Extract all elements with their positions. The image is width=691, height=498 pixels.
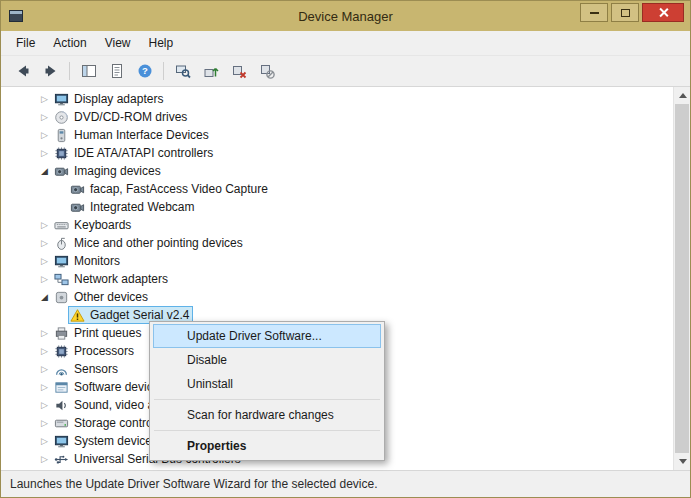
expand-arrow-icon[interactable] bbox=[37, 454, 52, 464]
tree-item-mice[interactable]: Mice and other pointing devices bbox=[1, 234, 673, 252]
tree-item-label[interactable]: IDE ATA/ATAPI controllers bbox=[74, 145, 213, 161]
back-icon bbox=[15, 63, 31, 79]
toolbar-separator bbox=[69, 62, 70, 80]
expand-arrow-icon[interactable] bbox=[37, 346, 52, 356]
expand-arrow-icon[interactable] bbox=[37, 220, 52, 230]
back-button[interactable] bbox=[9, 58, 36, 84]
toolbar bbox=[1, 55, 690, 86]
menu-action[interactable]: Action bbox=[44, 33, 95, 53]
menu-view[interactable]: View bbox=[96, 33, 140, 53]
scroll-down-button[interactable] bbox=[674, 453, 690, 470]
tree-item-label[interactable]: Integrated Webcam bbox=[90, 199, 195, 215]
expand-arrow-icon[interactable] bbox=[37, 130, 52, 140]
speaker-icon bbox=[54, 398, 69, 413]
expand-arrow-icon[interactable] bbox=[37, 436, 52, 446]
show-console-tree-icon bbox=[81, 63, 97, 79]
tree-item-dvd-cdrom-drives[interactable]: DVD/CD-ROM drives bbox=[1, 108, 673, 126]
collapse-arrow-icon[interactable] bbox=[37, 166, 52, 176]
device-manager-window: Device Manager File Action View Help Dis… bbox=[0, 0, 691, 498]
menu-help[interactable]: Help bbox=[140, 33, 183, 53]
uninstall-button[interactable] bbox=[225, 58, 252, 84]
tree-item-other-devices[interactable]: Other devices bbox=[1, 288, 673, 306]
context-menu-item-uninstall[interactable]: Uninstall bbox=[153, 372, 381, 396]
tree-item-label[interactable]: Other devices bbox=[74, 289, 148, 305]
context-menu-separator bbox=[154, 430, 380, 431]
forward-button[interactable] bbox=[37, 58, 64, 84]
software-icon bbox=[54, 380, 69, 395]
chip-icon bbox=[54, 146, 69, 161]
expand-arrow-icon[interactable] bbox=[37, 238, 52, 248]
tree-item-label[interactable]: Keyboards bbox=[74, 217, 131, 233]
expand-arrow-icon[interactable] bbox=[37, 382, 52, 392]
tree-item-label[interactable]: Display adapters bbox=[74, 91, 163, 107]
expand-arrow-icon[interactable] bbox=[37, 328, 52, 338]
tree-item-integrated-webcam[interactable]: Integrated Webcam bbox=[1, 198, 673, 216]
tree-item-facap-fastaccess[interactable]: facap, FastAccess Video Capture bbox=[1, 180, 673, 198]
scroll-down-icon bbox=[679, 459, 687, 464]
update-driver-button[interactable] bbox=[197, 58, 224, 84]
tree-item-imaging-devices[interactable]: Imaging devices bbox=[1, 162, 673, 180]
menu-file[interactable]: File bbox=[7, 33, 44, 53]
context-menu-item-properties[interactable]: Properties bbox=[153, 434, 381, 458]
window-controls bbox=[580, 0, 690, 33]
tree-item-label[interactable]: Human Interface Devices bbox=[74, 127, 209, 143]
properties-icon bbox=[109, 63, 125, 79]
collapse-arrow-icon[interactable] bbox=[37, 292, 52, 302]
properties-button[interactable] bbox=[103, 58, 130, 84]
printer-icon bbox=[54, 326, 69, 341]
monitor-icon bbox=[54, 92, 69, 107]
maximize-button[interactable] bbox=[611, 3, 639, 22]
tree-item-keyboards[interactable]: Keyboards bbox=[1, 216, 673, 234]
expand-arrow-icon[interactable] bbox=[37, 418, 52, 428]
expand-arrow-icon[interactable] bbox=[37, 148, 52, 158]
vertical-scrollbar[interactable] bbox=[673, 87, 690, 470]
device-manager-app-icon bbox=[9, 10, 23, 22]
tree-item-ide-ata-atapi-controllers[interactable]: IDE ATA/ATAPI controllers bbox=[1, 144, 673, 162]
tree-item-label[interactable]: Mice and other pointing devices bbox=[74, 235, 243, 251]
maximize-icon bbox=[621, 9, 630, 17]
close-button[interactable] bbox=[642, 3, 684, 22]
tree-item-label[interactable]: DVD/CD-ROM drives bbox=[74, 109, 187, 125]
scrollbar-thumb[interactable] bbox=[675, 104, 689, 453]
forward-icon bbox=[43, 63, 59, 79]
tree-item-human-interface-devices[interactable]: Human Interface Devices bbox=[1, 126, 673, 144]
close-icon bbox=[658, 7, 669, 18]
network-icon bbox=[54, 272, 69, 287]
show-console-tree-button[interactable] bbox=[75, 58, 102, 84]
scan-hardware-button[interactable] bbox=[169, 58, 196, 84]
status-bar: Launches the Update Driver Software Wiza… bbox=[1, 470, 690, 497]
tree-item-label[interactable]: System devices bbox=[74, 433, 158, 449]
menu-bar: File Action View Help bbox=[1, 31, 690, 55]
tree-item-label[interactable]: Network adapters bbox=[74, 271, 168, 287]
help-button[interactable] bbox=[131, 58, 158, 84]
tree-item-label[interactable]: facap, FastAccess Video Capture bbox=[90, 181, 268, 197]
tree-item-network-adapters[interactable]: Network adapters bbox=[1, 270, 673, 288]
scroll-up-icon bbox=[679, 93, 687, 98]
expand-arrow-icon[interactable] bbox=[37, 94, 52, 104]
context-menu-item-scan-for-hardware-changes[interactable]: Scan for hardware changes bbox=[153, 403, 381, 427]
context-menu-item-disable[interactable]: Disable bbox=[153, 348, 381, 372]
camera-icon bbox=[70, 200, 85, 215]
expand-arrow-icon[interactable] bbox=[37, 400, 52, 410]
tree-item-label[interactable]: Print queues bbox=[74, 325, 141, 341]
tree-item-label[interactable]: Monitors bbox=[74, 253, 120, 269]
tree-item-display-adapters[interactable]: Display adapters bbox=[1, 90, 673, 108]
tree-item-monitors[interactable]: Monitors bbox=[1, 252, 673, 270]
scroll-up-button[interactable] bbox=[674, 87, 690, 104]
disable-button[interactable] bbox=[253, 58, 280, 84]
tree-item-label[interactable]: Sensors bbox=[74, 361, 118, 377]
minimize-button[interactable] bbox=[580, 3, 608, 22]
camera-icon bbox=[70, 182, 85, 197]
context-menu-item-update-driver-software[interactable]: Update Driver Software... bbox=[153, 324, 381, 348]
expand-arrow-icon[interactable] bbox=[37, 364, 52, 374]
minimize-icon bbox=[590, 12, 599, 14]
expand-arrow-icon[interactable] bbox=[37, 274, 52, 284]
expand-arrow-icon[interactable] bbox=[37, 256, 52, 266]
tree-item-label[interactable]: Processors bbox=[74, 343, 134, 359]
sensor-icon bbox=[54, 362, 69, 377]
title-bar[interactable]: Device Manager bbox=[1, 1, 690, 31]
expand-arrow-icon[interactable] bbox=[37, 112, 52, 122]
help-icon bbox=[137, 63, 153, 79]
storage-icon bbox=[54, 416, 69, 431]
tree-item-label[interactable]: Imaging devices bbox=[74, 163, 161, 179]
